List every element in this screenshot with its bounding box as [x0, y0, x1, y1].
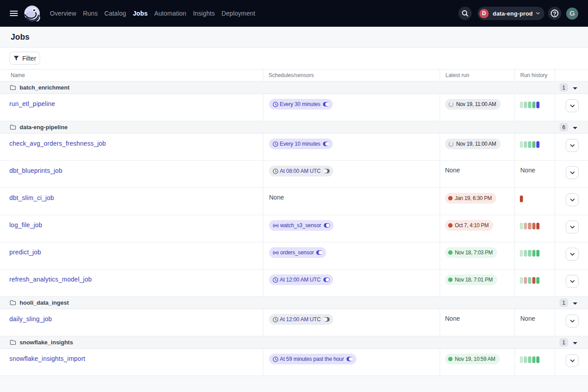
svg-text:?: ?: [553, 11, 556, 17]
